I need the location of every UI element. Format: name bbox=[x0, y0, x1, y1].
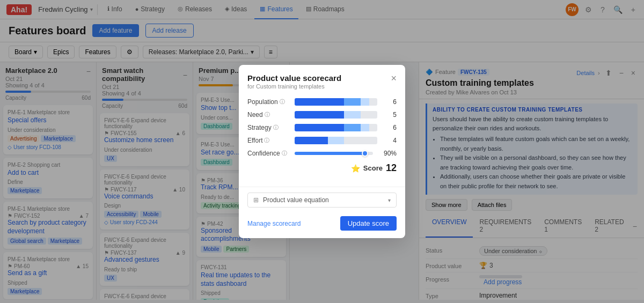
manage-scorecard-link[interactable]: Manage scorecard bbox=[247, 220, 301, 227]
score-number: 12 bbox=[386, 162, 397, 174]
need-info-icon[interactable]: ⓘ bbox=[265, 111, 270, 119]
modal-title: Product value scorecard bbox=[247, 73, 341, 83]
modal-equation: ⊞ Product value equation ▾ bbox=[239, 187, 405, 212]
score-row-population: Population ⓘ 6 bbox=[247, 98, 397, 106]
modal-close-button[interactable]: × bbox=[391, 73, 397, 83]
strategy-bar bbox=[295, 124, 377, 131]
equation-icon: ⊞ bbox=[253, 196, 259, 204]
confidence-slider[interactable] bbox=[295, 150, 373, 157]
modal-body: Population ⓘ 6 Need ⓘ bbox=[239, 92, 405, 187]
confidence-info-icon[interactable]: ⓘ bbox=[282, 150, 287, 157]
equation-selector[interactable]: ⊞ Product value equation ▾ bbox=[247, 193, 397, 208]
update-score-button[interactable]: Update score bbox=[340, 216, 397, 231]
modal-overlay[interactable]: Product value scorecard for Custom train… bbox=[0, 0, 644, 300]
effort-bar bbox=[295, 137, 377, 144]
score-star-icon: ⭐ bbox=[351, 164, 360, 173]
effort-info-icon[interactable]: ⓘ bbox=[264, 137, 269, 144]
score-row-effort: Effort ⓘ 4 bbox=[247, 137, 397, 144]
modal-header: Product value scorecard for Custom train… bbox=[239, 65, 405, 92]
score-row-confidence: Confidence ⓘ 90% bbox=[247, 150, 397, 157]
modal-subtitle: for Custom training templates bbox=[247, 83, 341, 90]
score-row-need: Need ⓘ 5 bbox=[247, 111, 397, 119]
population-bar bbox=[295, 98, 377, 106]
need-bar bbox=[295, 111, 377, 119]
modal-footer: Manage scorecard Update score bbox=[239, 212, 405, 238]
total-score: ⭐ Score 12 bbox=[247, 162, 397, 174]
scorecard-modal: Product value scorecard for Custom train… bbox=[239, 65, 405, 238]
strategy-info-icon[interactable]: ⓘ bbox=[273, 124, 279, 131]
score-row-strategy: Strategy ⓘ 6 bbox=[247, 124, 397, 131]
population-info-icon[interactable]: ⓘ bbox=[280, 98, 285, 106]
equation-chevron-icon: ▾ bbox=[388, 197, 391, 203]
